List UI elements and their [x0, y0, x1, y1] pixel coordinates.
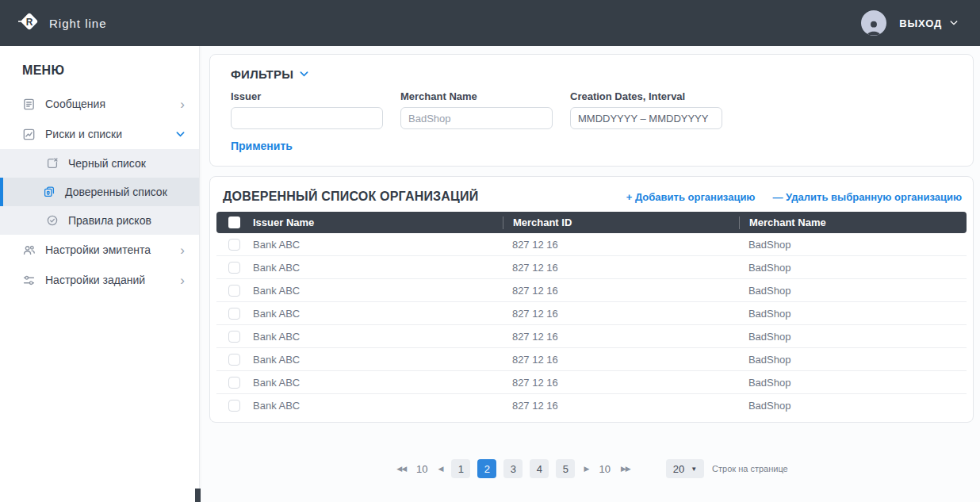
row-checkbox[interactable] [228, 308, 240, 320]
row-checkbox[interactable] [228, 285, 240, 297]
merchant-name-label: Merchant Name [400, 90, 553, 102]
cell-merchant-id: 827 12 16 [503, 262, 739, 274]
chevron-down-icon [950, 19, 958, 27]
sidebar-item-trusted-list[interactable]: Доверенный список [0, 178, 199, 206]
svg-text:R: R [26, 17, 33, 28]
remove-organization-button[interactable]: — Удалить выбранную организацию [772, 191, 962, 203]
cell-merchant-id: 827 12 16 [503, 308, 739, 320]
creation-dates-label: Creation Dates, Interval [570, 90, 722, 102]
chevron-right-icon: › [180, 98, 185, 111]
issuer-input[interactable] [231, 107, 383, 129]
cell-merchant-name: BadShop [739, 377, 967, 389]
page-button[interactable]: 4 [530, 459, 549, 478]
previous-page-icon[interactable]: ◀ [437, 463, 445, 474]
cell-issuer-name: Bank ABC [251, 354, 503, 366]
sidebar-item-label: Правила рисков [68, 214, 151, 227]
cell-merchant-id: 827 12 16 [503, 354, 739, 366]
top-bar: R Right line ВЫХОД [0, 0, 980, 46]
table-row[interactable]: Bank ABC 827 12 16 BadShop [216, 302, 967, 325]
trusted-list-icon [43, 186, 56, 198]
cell-merchant-name: BadShop [739, 331, 967, 343]
filters-toggle[interactable]: ФИЛЬТРЫ [231, 67, 952, 81]
row-checkbox[interactable] [228, 354, 240, 366]
page-button[interactable]: 3 [503, 459, 523, 478]
page-button[interactable]: 5 [556, 459, 575, 478]
page-button[interactable]: 1 [451, 459, 470, 478]
sidebar-title: МЕНЮ [0, 46, 199, 89]
sidebar-item-label: Черный список [68, 157, 146, 170]
table-title: ДОВЕРЕННЫЙ СПИСОК ОРГАНИЗАЦИЙ [223, 190, 478, 204]
table-row[interactable]: Bank ABC 827 12 16 BadShop [216, 371, 967, 394]
cell-merchant-name: BadShop [739, 308, 967, 320]
cell-merchant-id: 827 12 16 [503, 377, 739, 389]
first-page-icon[interactable]: ◀◀ [395, 463, 408, 474]
sidebar-item-risks-lists[interactable]: Риски и списки [0, 119, 199, 149]
apply-button[interactable]: Применить [231, 140, 293, 152]
next-page-icon[interactable]: ▶ [582, 463, 590, 474]
last-page-icon[interactable]: ▶▶ [619, 463, 632, 474]
chevron-right-icon: › [180, 274, 185, 287]
table-row[interactable]: Bank ABC 827 12 16 BadShop [216, 394, 967, 417]
sidebar-item-label: Доверенный список [65, 186, 167, 198]
sidebar-item-task-settings[interactable]: Настройки заданий › [0, 265, 199, 295]
sidebar-item-label: Риски и списки [45, 128, 167, 140]
page-button[interactable]: 2 [477, 459, 496, 478]
brand-logo-icon: R [17, 10, 41, 36]
table-row[interactable]: Bank ABC 827 12 16 BadShop [216, 279, 967, 302]
row-checkbox[interactable] [228, 377, 240, 389]
row-checkbox[interactable] [228, 239, 240, 251]
cell-merchant-name: BadShop [739, 400, 967, 412]
issuer-label: Issuer [231, 90, 383, 102]
risk-rules-icon [46, 214, 59, 227]
dropdown-arrow-icon: ▼ [691, 466, 697, 473]
sidebar-item-label: Настройки эмитента [45, 243, 170, 256]
cell-merchant-name: BadShop [739, 262, 967, 274]
messages-icon [22, 98, 36, 111]
cell-issuer-name: Bank ABC [251, 308, 503, 320]
cell-issuer-name: Bank ABC [251, 285, 503, 297]
row-checkbox[interactable] [228, 262, 240, 274]
logout-label: ВЫХОД [899, 17, 942, 29]
merchant-name-input[interactable] [400, 107, 553, 129]
jump-forward-10-button[interactable]: 10 [597, 463, 611, 475]
jump-back-10-button[interactable]: 10 [415, 463, 429, 475]
cell-merchant-id: 827 12 16 [503, 239, 739, 251]
cell-issuer-name: Bank ABC [251, 239, 503, 251]
table-row[interactable]: Bank ABC 827 12 16 BadShop [216, 325, 967, 348]
column-header-issuer-name: Issuer Name [251, 217, 503, 228]
cell-issuer-name: Bank ABC [251, 377, 503, 389]
table-row[interactable]: Bank ABC 827 12 16 BadShop [216, 348, 967, 371]
select-all-checkbox[interactable] [228, 217, 240, 228]
row-checkbox[interactable] [228, 331, 240, 343]
cell-merchant-name: BadShop [739, 239, 967, 251]
cell-merchant-id: 827 12 16 [503, 285, 739, 297]
add-organization-button[interactable]: + Добавить организацию [626, 191, 756, 203]
table-body: Bank ABC 827 12 16 BadShop Bank ABC 827 … [216, 233, 967, 417]
row-checkbox[interactable] [228, 400, 240, 412]
sidebar-scrollbar[interactable] [195, 489, 201, 502]
creation-dates-input[interactable] [570, 107, 722, 129]
user-avatar[interactable] [861, 10, 886, 36]
column-header-merchant-id: Merchant ID [503, 217, 739, 229]
sidebar-item-label: Настройки заданий [45, 274, 170, 286]
page-size-value: 20 [673, 463, 684, 475]
sidebar-item-label: Сообщения [45, 98, 170, 110]
cell-issuer-name: Bank ABC [251, 331, 503, 343]
page-buttons: 1 2 3 4 5 [451, 459, 575, 478]
sidebar: МЕНЮ Сообщения › Риски и списки Черный с… [0, 46, 200, 502]
sidebar-item-blacklist[interactable]: Черный список [0, 149, 199, 178]
table-row[interactable]: Bank ABC 827 12 16 BadShop [216, 233, 967, 256]
trusted-list-panel: ДОВЕРЕННЫЙ СПИСОК ОРГАНИЗАЦИЙ + Добавить… [209, 176, 974, 423]
logout-button[interactable]: ВЫХОД [899, 17, 958, 29]
sidebar-item-messages[interactable]: Сообщения › [0, 89, 199, 119]
sidebar-item-risk-rules[interactable]: Правила рисков [0, 206, 199, 235]
page-size-select[interactable]: 20 ▼ [666, 459, 704, 478]
cell-merchant-id: 827 12 16 [503, 400, 739, 412]
table-header: Issuer Name Merchant ID Merchant Name [216, 212, 967, 233]
main-content: ФИЛЬТРЫ Issuer Merchant Name Creation Da… [200, 46, 980, 502]
cell-merchant-id: 827 12 16 [503, 331, 739, 343]
cell-issuer-name: Bank ABC [251, 400, 503, 412]
sidebar-item-issuer-settings[interactable]: Настройки эмитента › [0, 235, 199, 265]
table-row[interactable]: Bank ABC 827 12 16 BadShop [216, 256, 967, 279]
chevron-down-icon [176, 130, 185, 139]
